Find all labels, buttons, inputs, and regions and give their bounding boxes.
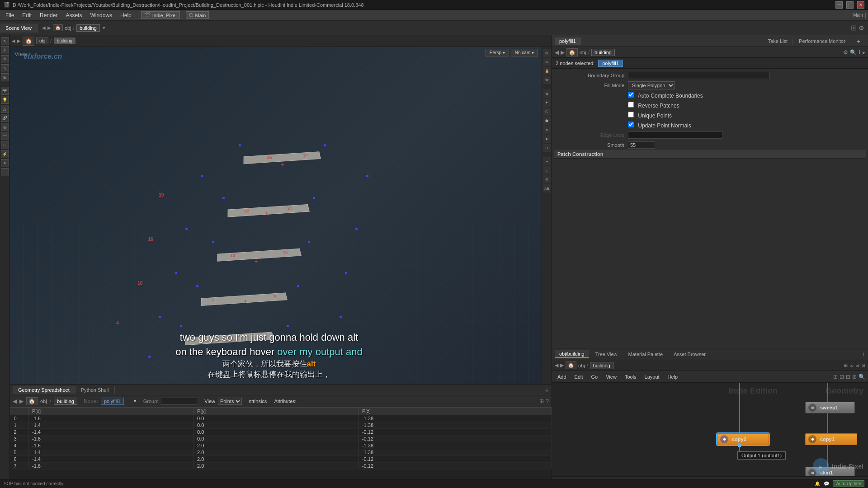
unique-points-checkbox[interactable] bbox=[628, 112, 634, 117]
ng-tab-asset[interactable]: Asset Browser bbox=[669, 351, 710, 358]
status-icon2[interactable]: 💬 bbox=[824, 481, 829, 486]
copy1-node[interactable]: ⊕ copy1 bbox=[805, 433, 857, 445]
sidebar-icon-scale[interactable]: ⤡ bbox=[1, 64, 9, 72]
path-dropdown-icon[interactable]: ▼ bbox=[102, 25, 106, 30]
update-normals-checkbox[interactable] bbox=[628, 122, 634, 127]
ng-toolbar-icon4[interactable]: ⊠ bbox=[852, 374, 857, 380]
ng-home-btn[interactable]: 🏠 bbox=[566, 361, 576, 369]
maximize-button[interactable]: □ bbox=[846, 1, 854, 9]
ss-forward[interactable]: ▶ bbox=[19, 398, 24, 404]
props-nav-icon2[interactable]: 🔍 bbox=[850, 49, 857, 56]
ss-node-dots[interactable]: ⋯ bbox=[127, 399, 131, 404]
ng-tab-treeview[interactable]: Tree View bbox=[591, 351, 622, 358]
copy2-node[interactable]: ⊕ copy2 bbox=[717, 433, 769, 445]
sidebar-icon-select[interactable]: ↖ bbox=[1, 37, 9, 45]
ss-node-arrow[interactable]: ▾ bbox=[134, 399, 136, 404]
props-nav-icon3[interactable]: ℹ bbox=[859, 49, 861, 56]
sidebar-icon-geo[interactable]: △ bbox=[1, 105, 9, 113]
vp-home-btn[interactable]: 🏠 bbox=[23, 37, 34, 46]
props-building-path[interactable]: building bbox=[591, 49, 615, 56]
ss-view-select[interactable]: Points bbox=[218, 398, 242, 405]
polyfill-tab[interactable]: polyfill1 bbox=[555, 38, 581, 45]
status-icon1[interactable]: 🔔 bbox=[815, 481, 820, 486]
ng-menu-edit[interactable]: Edit bbox=[572, 373, 586, 380]
ng-toolbar-icon2[interactable]: ⊡ bbox=[840, 374, 844, 380]
boundary-group-input[interactable] bbox=[628, 72, 770, 79]
ng-toolbar-icon3[interactable]: ⊟ bbox=[846, 374, 850, 380]
sidebar-icon-dops[interactable]: ⚡ bbox=[1, 150, 9, 158]
indie-pixel-badge[interactable]: 🎬 Indie_Pixel bbox=[141, 11, 180, 19]
props-nav-icon4[interactable]: ▸ bbox=[863, 49, 865, 56]
vp-right-icon-15[interactable]: AB bbox=[543, 184, 551, 192]
props-nav-back[interactable]: ◀ bbox=[555, 49, 559, 56]
menu-file[interactable]: File bbox=[2, 11, 18, 19]
ng-search-icon[interactable]: 🔍 bbox=[859, 374, 865, 380]
props-obj-path[interactable]: obj bbox=[580, 50, 586, 55]
ss-icon1[interactable]: ⊞ bbox=[539, 398, 544, 404]
ng-building-path[interactable]: building bbox=[590, 362, 613, 369]
sidebar-icon-path[interactable]: 〰 bbox=[1, 132, 9, 140]
home-icon[interactable]: 🏠 bbox=[53, 24, 63, 31]
vp-right-icon-3[interactable]: 🔒 bbox=[543, 67, 551, 75]
take-list-tab[interactable]: Take List bbox=[764, 38, 793, 45]
vp-back-icon[interactable]: ◀ bbox=[12, 38, 15, 43]
vp-right-icon-13[interactable]: ↕ bbox=[543, 166, 551, 174]
menu-render[interactable]: Render bbox=[36, 11, 61, 19]
ss-obj[interactable]: obj bbox=[40, 399, 47, 404]
perf-monitor-tab[interactable]: Performance Monitor bbox=[794, 38, 850, 45]
sidebar-icon-transform[interactable]: ⊞ bbox=[1, 73, 9, 81]
ng-menu-add[interactable]: Add bbox=[555, 373, 569, 380]
python-shell-tab[interactable]: Python Shell bbox=[75, 386, 115, 394]
vp-right-icon-2[interactable]: ⊕ bbox=[543, 58, 551, 66]
auto-update-label[interactable]: Auto Update bbox=[833, 480, 864, 487]
minimize-button[interactable]: ─ bbox=[835, 1, 843, 9]
vp-right-icon-8[interactable]: ⬢ bbox=[543, 117, 551, 125]
path-obj[interactable]: obj bbox=[65, 25, 71, 31]
nav-back-icon[interactable]: ◀ bbox=[42, 25, 46, 30]
path-building[interactable]: building bbox=[76, 24, 100, 32]
ng-toolbar-icon1[interactable]: ⊞ bbox=[833, 374, 838, 380]
scene-view-tab[interactable]: Scene View bbox=[0, 23, 38, 33]
col-py[interactable]: P[y] bbox=[193, 408, 359, 415]
main-badge[interactable]: ⬡ Main bbox=[186, 11, 209, 19]
vp-right-icon-4[interactable]: 👁 bbox=[543, 76, 551, 84]
add-pane-btn[interactable]: + bbox=[852, 37, 865, 46]
viewport-settings-icon[interactable]: ⚙ bbox=[859, 24, 864, 32]
props-nav-icon1[interactable]: ⚙ bbox=[843, 49, 848, 56]
vp-right-icon-12[interactable]: ↔ bbox=[543, 157, 551, 165]
ng-nav-back[interactable]: ◀ bbox=[555, 362, 558, 368]
vp-right-icon-1[interactable]: ⊞ bbox=[543, 49, 551, 57]
vp-right-icon-14[interactable]: ⟲ bbox=[543, 175, 551, 183]
menu-assets[interactable]: Assets bbox=[62, 11, 85, 19]
sidebar-icon-camera[interactable]: 📷 bbox=[1, 87, 9, 95]
sidebar-icon-constraint[interactable]: 🔗 bbox=[1, 114, 9, 122]
nav-forward-icon[interactable]: ▶ bbox=[47, 25, 51, 30]
menu-windows[interactable]: Windows bbox=[86, 11, 116, 19]
fill-mode-select[interactable]: Single Polygon bbox=[628, 81, 675, 89]
sweep1-node[interactable]: ≋ sweep1 bbox=[805, 402, 855, 413]
vp-obj-btn[interactable]: obj bbox=[36, 38, 48, 44]
persp-btn[interactable]: Persp ▾ bbox=[486, 49, 509, 56]
vp-right-icon-7[interactable]: ⬡ bbox=[543, 108, 551, 116]
ng-menu-layout[interactable]: Layout bbox=[642, 373, 662, 380]
auto-complete-checkbox[interactable] bbox=[628, 92, 634, 98]
menu-edit[interactable]: Edit bbox=[19, 11, 35, 19]
ng-icon4[interactable]: ⊠ bbox=[861, 362, 865, 368]
ss-home[interactable]: 🏠 bbox=[26, 397, 38, 405]
reverse-patches-checkbox[interactable] bbox=[628, 102, 634, 108]
copy2-output-connector[interactable] bbox=[738, 444, 741, 447]
ng-add-tab[interactable]: + bbox=[862, 351, 865, 357]
sidebar-icon-subnet[interactable]: □ bbox=[1, 141, 9, 149]
ng-menu-view[interactable]: View bbox=[603, 373, 619, 380]
bottom-add-tab[interactable]: + bbox=[545, 386, 549, 394]
sidebar-icon-null[interactable]: ◎ bbox=[1, 123, 9, 131]
smooth-input[interactable] bbox=[628, 141, 655, 149]
ng-icon2[interactable]: ⊡ bbox=[849, 362, 854, 368]
ng-menu-help[interactable]: Help bbox=[665, 373, 681, 380]
ng-icon3[interactable]: ⊟ bbox=[855, 362, 859, 368]
props-home-btn[interactable]: 🏠 bbox=[566, 48, 578, 56]
geometry-spreadsheet-tab[interactable]: Geometry Spreadsheet bbox=[13, 386, 75, 394]
col-px[interactable]: P[x] bbox=[28, 408, 193, 415]
ng-tab-building[interactable]: obj/building bbox=[555, 350, 589, 358]
camera-btn[interactable]: No cam ▾ bbox=[511, 49, 538, 56]
